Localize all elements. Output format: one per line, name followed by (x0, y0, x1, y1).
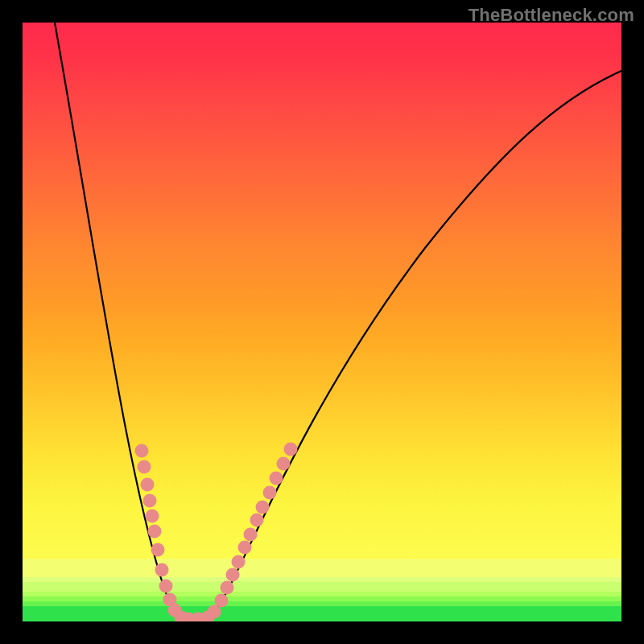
data-dot (143, 494, 157, 508)
dots-right-group (201, 443, 298, 622)
data-dot (155, 564, 169, 577)
dots-left-group (135, 444, 205, 622)
data-dot (159, 580, 173, 593)
watermark-text: TheBottleneck.com (469, 5, 634, 26)
data-dot (148, 525, 162, 539)
data-dot (238, 541, 252, 555)
data-dot (256, 501, 270, 514)
curve-path (55, 23, 621, 619)
data-dot (151, 543, 165, 557)
data-dot (221, 581, 234, 595)
data-dot (270, 472, 283, 485)
chart-area (23, 23, 621, 621)
data-dot (232, 555, 246, 569)
data-dot (244, 528, 258, 542)
data-dot (146, 510, 159, 523)
data-dot (135, 444, 149, 458)
data-dot (284, 443, 298, 456)
bottleneck-curve (23, 23, 621, 621)
data-dot (138, 460, 151, 474)
data-dot (226, 568, 240, 582)
data-dot (215, 594, 229, 608)
data-dot (277, 457, 291, 471)
data-dot (263, 486, 277, 500)
data-dot (208, 605, 221, 619)
data-dot (141, 478, 155, 492)
data-dot (250, 514, 264, 527)
